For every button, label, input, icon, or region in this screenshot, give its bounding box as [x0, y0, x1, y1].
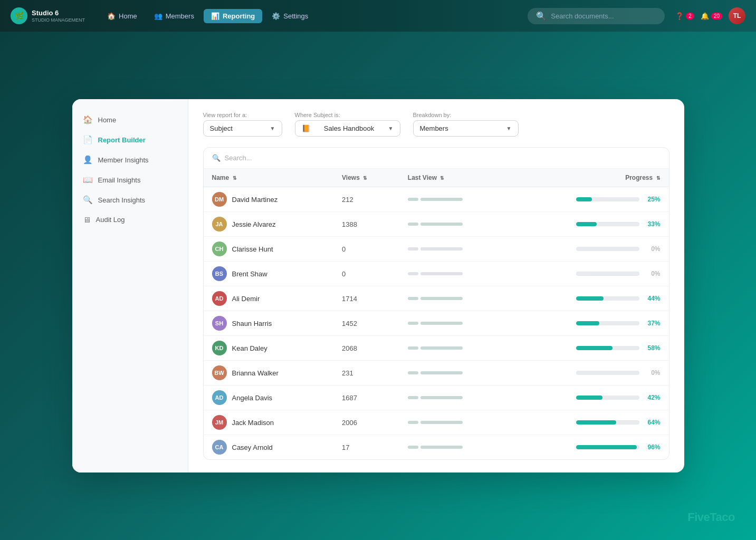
filter-report-for: View report for a: Subject ▼	[203, 112, 282, 137]
help-count: 2	[686, 13, 694, 20]
progress-bar-fill	[576, 445, 637, 449]
nav-home[interactable]: 🏠 Home	[100, 9, 145, 23]
nav-right: ❓ 2 🔔 20 TL	[675, 7, 745, 24]
table-row: AD Ali Demir 1714 44%	[204, 286, 669, 311]
td-name: AD Ali Demir	[204, 286, 334, 311]
nav-members-label: Members	[166, 12, 194, 20]
lv-dot	[408, 396, 418, 399]
nav-members[interactable]: 👥 Members	[147, 9, 202, 23]
report-table-wrapper: 🔍 Name ⇅ Views ⇅	[203, 147, 669, 460]
progress-pct: 25%	[645, 196, 661, 203]
td-progress: 33%	[511, 212, 669, 237]
member-insights-icon: 👤	[83, 155, 93, 165]
progress-bar-bg	[576, 371, 639, 375]
breakdown-value: Members	[420, 124, 448, 132]
bell-icon: 🔔	[701, 12, 709, 20]
col-last-view: Last View ⇅	[399, 169, 511, 187]
col-progress: Progress ⇅	[511, 169, 669, 187]
td-views: 1452	[333, 311, 399, 336]
progress-pct: 0%	[645, 270, 661, 277]
td-last-view	[399, 286, 511, 311]
progress-bar-fill	[576, 296, 604, 301]
lv-bar	[420, 346, 463, 350]
progress-pct: 0%	[645, 369, 661, 377]
email-insights-icon: 📖	[83, 175, 93, 185]
td-progress: 58%	[511, 336, 669, 361]
search-icon: 🔍	[536, 11, 547, 21]
lv-dot	[408, 421, 418, 424]
sidebar-item-report-builder[interactable]: 📄 Report Builder	[72, 130, 188, 150]
progress-bar-bg	[576, 396, 639, 400]
td-progress: 44%	[511, 286, 669, 311]
table-row: SH Shaun Harris 1452 37%	[204, 311, 669, 336]
table-row: AD Angela Davis 1687 42%	[204, 385, 669, 410]
table-row: BW Brianna Walker 231 0%	[204, 361, 669, 385]
sidebar: 🏠 Home 📄 Report Builder 👤 Member Insight…	[72, 99, 188, 472]
audit-log-icon: 🖥	[83, 215, 91, 224]
td-name: BS Brent Shaw	[204, 262, 334, 286]
sidebar-item-audit-log[interactable]: 🖥 Audit Log	[72, 210, 188, 229]
main-card: 🏠 Home 📄 Report Builder 👤 Member Insight…	[72, 99, 684, 472]
user-avatar[interactable]: TL	[729, 7, 745, 24]
nav-reporting[interactable]: 📊 Reporting	[204, 9, 262, 23]
progress-bar-bg	[576, 247, 639, 251]
sidebar-item-search-insights[interactable]: 🔍 Search Insights	[72, 190, 188, 210]
td-name: DM David Martinez	[204, 187, 334, 212]
reporting-icon: 📊	[211, 12, 219, 20]
sort-progress-icon[interactable]: ⇅	[656, 176, 661, 181]
progress-bar-fill	[576, 222, 597, 226]
bell-badge[interactable]: 🔔 20	[701, 12, 722, 20]
logo[interactable]: 🌿 Studio 6 STUDIO MANAGEMENT	[11, 7, 85, 24]
progress-pct: 64%	[645, 419, 661, 426]
sort-name-icon[interactable]: ⇅	[233, 176, 237, 181]
chevron-down-icon-2: ▼	[388, 126, 394, 131]
help-icon: ❓	[675, 12, 684, 20]
nav-settings-label: Settings	[283, 12, 308, 20]
lv-bar	[420, 421, 463, 424]
td-progress: 25%	[511, 187, 669, 212]
subject-is-select[interactable]: 📙 Sales Handbook ▼	[295, 120, 400, 137]
td-progress: 96%	[511, 435, 669, 460]
member-name: Ali Demir	[232, 295, 260, 303]
sidebar-item-member-insights[interactable]: 👤 Member Insights	[72, 150, 188, 170]
help-badge[interactable]: ❓ 2	[675, 12, 694, 20]
global-search[interactable]: 🔍	[528, 8, 665, 24]
report-builder-icon: 📄	[83, 135, 93, 144]
table-search-input[interactable]	[225, 154, 661, 162]
sidebar-item-home[interactable]: 🏠 Home	[72, 110, 188, 130]
sidebar-item-email-insights[interactable]: 📖 Email Insights	[72, 170, 188, 190]
member-name: Jack Madison	[232, 419, 274, 427]
progress-bar-bg	[576, 420, 639, 425]
member-avatar: KD	[212, 341, 227, 355]
lv-bar	[420, 446, 463, 449]
table-search-bar[interactable]: 🔍	[204, 148, 669, 169]
brand-part2: Taco	[710, 510, 735, 524]
lv-dot	[408, 198, 418, 201]
td-last-view	[399, 410, 511, 435]
table-search-icon: 🔍	[212, 154, 221, 162]
progress-bar-fill	[576, 420, 617, 425]
member-name: Brent Shaw	[232, 270, 267, 278]
member-name: Jessie Alvarez	[232, 220, 276, 228]
td-progress: 0%	[511, 237, 669, 262]
td-views: 231	[333, 361, 399, 385]
lv-bar	[420, 396, 463, 399]
sort-lastview-icon[interactable]: ⇅	[440, 176, 444, 181]
progress-bar-fill	[576, 197, 592, 201]
member-avatar: BS	[212, 266, 227, 281]
member-avatar: AD	[212, 390, 227, 405]
progress-pct: 42%	[645, 394, 661, 401]
nav-settings[interactable]: ⚙️ Settings	[264, 9, 315, 23]
search-input[interactable]	[551, 12, 656, 20]
report-for-select[interactable]: Subject ▼	[203, 120, 282, 137]
breakdown-select[interactable]: Members ▼	[413, 120, 519, 137]
member-avatar: AD	[212, 291, 227, 306]
progress-pct: 58%	[645, 344, 661, 352]
sort-views-icon[interactable]: ⇅	[363, 176, 367, 181]
td-views: 1687	[333, 385, 399, 410]
filter-breakdown: Breakdown by: Members ▼	[413, 112, 519, 137]
lv-dot	[408, 446, 418, 449]
filter-subject-is: Where Subject is: 📙 Sales Handbook ▼	[295, 112, 400, 137]
member-avatar: DM	[212, 192, 227, 207]
report-for-label: View report for a:	[203, 112, 282, 118]
